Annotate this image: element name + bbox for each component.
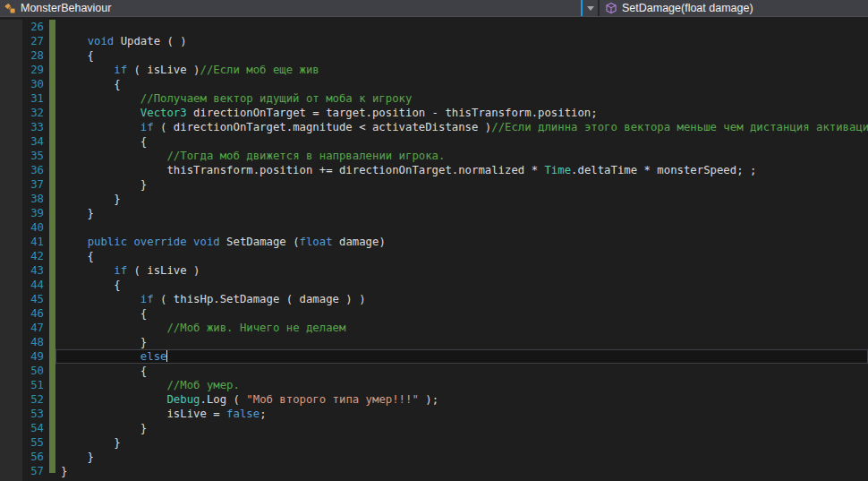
code-line-44[interactable]: 44 { [0, 278, 868, 292]
code-line-46[interactable]: 46 { [0, 306, 868, 321]
code-line-41[interactable]: 41 public override void SetDamage (float… [0, 235, 868, 249]
class-dropdown[interactable]: MonsterBehaviour [0, 0, 598, 16]
breakpoint-margin[interactable] [0, 235, 22, 249]
code-text[interactable]: //Получаем вектор идущий от моба к игрок… [55, 91, 868, 106]
code-text[interactable]: //Тогда моб движется в напрвалении игрок… [55, 149, 868, 163]
breakpoint-margin[interactable] [0, 249, 22, 263]
breakpoint-margin[interactable] [0, 120, 22, 134]
breakpoint-margin[interactable] [0, 192, 22, 206]
code-text[interactable]: if ( directionOnTarget.magnitude < activ… [55, 120, 868, 134]
method-dropdown[interactable]: SetDamage(float damage) [600, 0, 868, 16]
code-line-50[interactable]: 50 { [0, 364, 868, 378]
code-line-27[interactable]: 27 void Update ( ) [0, 34, 868, 48]
code-text[interactable]: { [55, 48, 868, 63]
breakpoint-margin[interactable] [0, 378, 22, 392]
code-line-40[interactable]: 40 [0, 220, 868, 235]
breakpoint-margin[interactable] [0, 263, 22, 278]
code-line-36[interactable]: 36 thisTransform.position += directionOn… [0, 163, 868, 177]
code-line-34[interactable]: 34 { [0, 134, 868, 149]
breakpoint-margin[interactable] [0, 206, 22, 220]
code-text[interactable]: Vector3 directionOnTarget = target.posit… [55, 106, 868, 120]
code-line-37[interactable]: 37 } [0, 177, 868, 192]
code-text[interactable]: { [55, 249, 868, 263]
code-line-39[interactable]: 39 } [0, 206, 868, 220]
code-text[interactable]: } [55, 206, 868, 220]
code-text[interactable]: { [55, 77, 868, 91]
code-text[interactable]: else [55, 349, 868, 364]
code-text[interactable]: } [55, 450, 868, 464]
code-line-52[interactable]: 52 Debug.Log ( "Моб второго типа умер!!!… [0, 392, 868, 407]
breakpoint-margin[interactable] [0, 407, 22, 421]
code-text[interactable]: } [55, 435, 868, 450]
code-line-28[interactable]: 28 { [0, 48, 868, 63]
code-line-31[interactable]: 31 //Получаем вектор идущий от моба к иг… [0, 91, 868, 106]
breakpoint-margin[interactable] [0, 292, 22, 306]
code-text[interactable]: { [55, 134, 868, 149]
breakpoint-margin[interactable] [0, 306, 22, 321]
code-text[interactable]: //Моб жив. Ничего не делаем [55, 321, 868, 335]
code-line-57[interactable]: 57} [0, 464, 868, 478]
breakpoint-margin[interactable] [0, 278, 22, 292]
breakpoint-margin[interactable] [0, 48, 22, 63]
code-editor[interactable]: 2627 void Update ( )28 {29 if ( isLive )… [0, 17, 868, 481]
breakpoint-margin[interactable] [0, 349, 22, 364]
code-text[interactable]: if ( isLive ) [55, 263, 868, 278]
breakpoint-margin[interactable] [0, 63, 22, 77]
breakpoint-margin[interactable] [0, 335, 22, 349]
code-line-49[interactable]: 49 else [0, 349, 868, 364]
code-line-42[interactable]: 42 { [0, 249, 868, 263]
code-text[interactable] [55, 220, 868, 235]
code-line-35[interactable]: 35 //Тогда моб движется в напрвалении иг… [0, 149, 868, 163]
code-line-32[interactable]: 32 Vector3 directionOnTarget = target.po… [0, 106, 868, 120]
code-text[interactable]: //Моб умер. [55, 378, 868, 392]
code-line-38[interactable]: 38 } [0, 192, 868, 206]
code-text[interactable]: } [55, 335, 868, 349]
code-line-56[interactable]: 56 } [0, 450, 868, 464]
code-line-45[interactable]: 45 if ( thisHp.SetDamage ( damage ) ) [0, 292, 868, 306]
breakpoint-margin[interactable] [0, 364, 22, 378]
code-text[interactable]: { [55, 278, 868, 292]
code-text[interactable]: void Update ( ) [55, 34, 868, 48]
breakpoint-margin[interactable] [0, 77, 22, 91]
breakpoint-margin[interactable] [0, 106, 22, 120]
code-text[interactable]: } [55, 464, 868, 478]
code-line-29[interactable]: 29 if ( isLive )//Если моб еще жив [0, 63, 868, 77]
code-line-54[interactable]: 54 } [0, 421, 868, 435]
breakpoint-margin[interactable] [0, 392, 22, 407]
code-line-33[interactable]: 33 if ( directionOnTarget.magnitude < ac… [0, 120, 868, 134]
code-text[interactable]: } [55, 177, 868, 192]
breakpoint-margin[interactable] [0, 421, 22, 435]
breakpoint-margin[interactable] [0, 149, 22, 163]
code-line-30[interactable]: 30 { [0, 77, 868, 91]
code-line-26[interactable]: 26 [0, 20, 868, 34]
code-text[interactable]: thisTransform.position += directionOnTar… [55, 163, 868, 177]
breakpoint-margin[interactable] [0, 220, 22, 235]
code-text[interactable]: public override void SetDamage (float da… [55, 235, 868, 249]
code-line-43[interactable]: 43 if ( isLive ) [0, 263, 868, 278]
code-text[interactable]: Debug.Log ( "Моб второго типа умер!!!" )… [55, 392, 868, 407]
breakpoint-margin[interactable] [0, 450, 22, 464]
code-text[interactable]: } [55, 421, 868, 435]
breakpoint-margin[interactable] [0, 321, 22, 335]
code-line-55[interactable]: 55 } [0, 435, 868, 450]
code-text[interactable]: { [55, 364, 868, 378]
breakpoint-margin[interactable] [0, 20, 22, 34]
code-text[interactable]: if ( isLive )//Если моб еще жив [55, 63, 868, 77]
breakpoint-margin[interactable] [0, 464, 22, 478]
code-text[interactable]: } [55, 192, 868, 206]
breakpoint-margin[interactable] [0, 177, 22, 192]
code-text[interactable]: { [55, 306, 868, 321]
code-line-47[interactable]: 47 //Моб жив. Ничего не делаем [0, 321, 868, 335]
code-line-51[interactable]: 51 //Моб умер. [0, 378, 868, 392]
breakpoint-margin[interactable] [0, 435, 22, 450]
code-text[interactable] [55, 20, 868, 34]
breakpoint-margin[interactable] [0, 134, 22, 149]
chevron-down-icon[interactable] [583, 0, 598, 16]
code-line-53[interactable]: 53 isLive = false; [0, 407, 868, 421]
code-line-48[interactable]: 48 } [0, 335, 868, 349]
code-text[interactable]: isLive = false; [55, 407, 868, 421]
breakpoint-margin[interactable] [0, 163, 22, 177]
code-text[interactable]: if ( thisHp.SetDamage ( damage ) ) [55, 292, 868, 306]
breakpoint-margin[interactable] [0, 34, 22, 48]
breakpoint-margin[interactable] [0, 91, 22, 106]
